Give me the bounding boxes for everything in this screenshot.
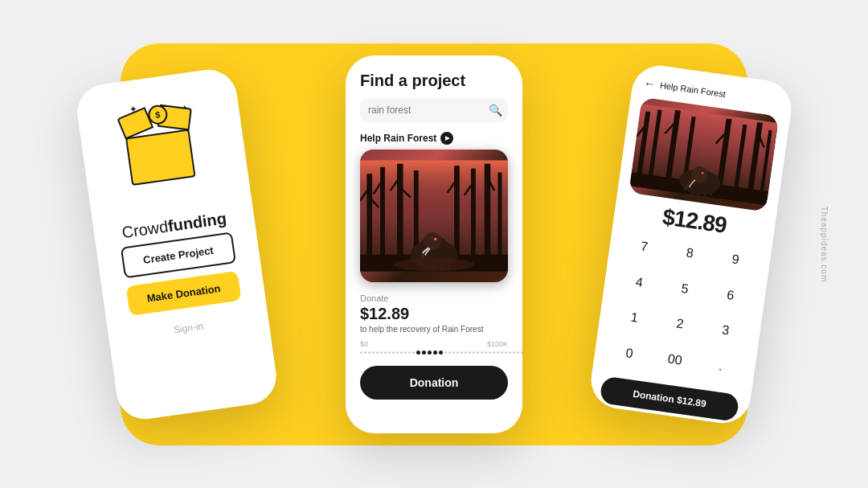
box-illustration: ✦ ✦ ✦ $: [105, 93, 223, 211]
svg-rect-2: [366, 174, 372, 261]
back-arrow-icon: ←: [643, 76, 656, 90]
numpad-key-1[interactable]: 1: [610, 301, 659, 334]
search-icon: 🔍: [489, 104, 502, 117]
play-button[interactable]: ▶: [440, 132, 453, 145]
progress-dot: [380, 351, 383, 354]
progress-dot: [481, 351, 483, 354]
numpad-key-7[interactable]: 7: [620, 231, 669, 263]
search-bar[interactable]: 🔍: [360, 98, 508, 122]
progress-dot: [501, 351, 503, 354]
project-name: Help Rain Forest: [360, 133, 436, 144]
progress-dot: [364, 351, 366, 354]
numpad-key-8[interactable]: 8: [665, 237, 714, 269]
progress-dot: [509, 351, 511, 354]
numpad-key-00[interactable]: 00: [650, 343, 699, 375]
project-label: Help Rain Forest ▶: [360, 132, 508, 145]
svg-point-28: [394, 257, 474, 271]
progress-dot: [513, 351, 515, 354]
progress-dot: [400, 351, 403, 354]
progress-dot: [368, 351, 371, 354]
svg-point-22: [424, 232, 441, 249]
svg-rect-9: [497, 172, 502, 260]
find-project-title: Find a project: [360, 72, 508, 90]
donate-description: to help the recovery of Rain Forest: [360, 325, 508, 334]
phone-right: ← Help Rain Forest: [588, 62, 795, 427]
progress-dot: [477, 351, 479, 354]
progress-dot: [452, 351, 455, 354]
progress-dot: [404, 351, 407, 354]
progress-dot: [473, 351, 475, 354]
box-body: [125, 129, 196, 186]
progress-dot: [485, 351, 487, 354]
progress-dot: [465, 351, 467, 354]
progress-dot: [461, 351, 463, 354]
progress-dot: [444, 351, 447, 354]
progress-dot: [457, 351, 459, 354]
progress-dot: [422, 351, 426, 355]
progress-dot: [521, 351, 522, 354]
numpad-key-5[interactable]: 5: [661, 273, 710, 305]
phone-center: Find a project 🔍 Help Rain Forest ▶: [346, 55, 522, 433]
brand-light: Crowd: [121, 217, 169, 241]
progress-dot: [428, 351, 432, 355]
progress-container: $0 $100K: [360, 340, 508, 355]
progress-dot: [505, 351, 507, 354]
make-donation-button[interactable]: Make Donation: [126, 270, 242, 315]
numpad-key-4[interactable]: 4: [615, 266, 664, 298]
progress-end: $100K: [487, 340, 508, 348]
phones-container: ✦ ✦ ✦ $ Crowdfunding Create Project Make…: [72, 7, 796, 482]
progress-dot: [392, 351, 395, 354]
phone-left: ✦ ✦ ✦ $ Crowdfunding Create Project Make…: [74, 66, 280, 423]
right-project-image: [628, 96, 779, 211]
progress-dot: [396, 351, 399, 354]
numpad-key-.[interactable]: .: [696, 350, 745, 382]
progress-dots: [360, 351, 508, 355]
progress-dot: [408, 351, 411, 354]
project-image: [360, 150, 508, 282]
progress-dot: [388, 351, 391, 354]
progress-labels: $0 $100K: [360, 340, 508, 348]
back-label: Help Rain Forest: [659, 80, 726, 98]
progress-dot: [517, 351, 519, 354]
donation-button[interactable]: Donation: [360, 366, 508, 400]
progress-dot: [489, 351, 491, 354]
progress-dot: [497, 351, 499, 354]
progress-dot: [448, 351, 451, 354]
progress-dot: [412, 351, 415, 354]
progress-dot: [376, 351, 379, 354]
progress-dot: [469, 351, 471, 354]
donate-amount: $12.89: [360, 305, 508, 323]
progress-dot: [493, 351, 495, 354]
watermark: Theappideas.com: [819, 206, 828, 282]
numpad-key-2[interactable]: 2: [655, 308, 704, 340]
progress-dot: [384, 351, 387, 354]
numpad-key-6[interactable]: 6: [706, 279, 755, 311]
numpad-key-3[interactable]: 3: [701, 314, 750, 347]
progress-dot: [360, 351, 362, 354]
svg-point-23: [434, 237, 436, 240]
search-input[interactable]: [368, 105, 489, 116]
progress-dot: [372, 351, 375, 354]
progress-start: $0: [360, 340, 368, 348]
progress-dot: [439, 351, 443, 355]
numpad: 789456123000.: [604, 231, 760, 392]
numpad-key-0[interactable]: 0: [604, 337, 653, 369]
progress-dot: [433, 351, 437, 355]
brand-bold: funding: [166, 209, 227, 235]
numpad-key-9[interactable]: 9: [711, 244, 760, 276]
progress-dot: [416, 351, 420, 355]
sign-in-link[interactable]: Sign-in: [173, 320, 204, 335]
donate-label: Donate: [360, 293, 508, 303]
